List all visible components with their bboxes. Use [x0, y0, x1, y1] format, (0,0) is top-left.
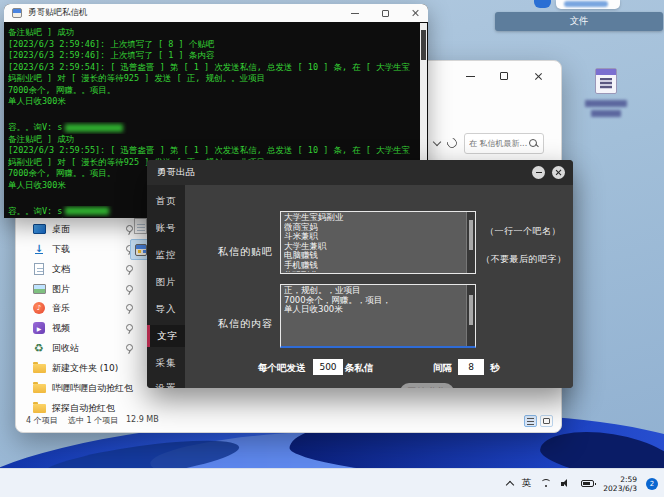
chevron-down-icon[interactable] [433, 137, 441, 145]
textarea-scrollbar[interactable] [466, 285, 475, 346]
console-line: [2023/6/3 2:59:46]: 上次填写了 [ 8 ] 个贴吧 [8, 39, 418, 51]
selected-count: 选中 1 个项目 [68, 415, 118, 426]
console-line: 妈副业吧 ] 对 [ 漫长的等待925 ] 发送 [ 正, 规创。。业项目 [8, 73, 418, 85]
blurred-contact-info [65, 124, 123, 132]
sidebar-item-label: 文档 [52, 263, 70, 276]
tray-overflow-icon[interactable] [505, 481, 513, 489]
maximize-button[interactable] [378, 6, 392, 20]
sidebar-item-recycle-bin[interactable]: ♻ 回收站 [26, 339, 138, 357]
nav-item-account[interactable]: 账号 [147, 217, 185, 239]
thumbnail-view-icon [543, 418, 550, 424]
pin-icon[interactable] [124, 303, 134, 313]
scrollbar-thumb[interactable] [469, 295, 473, 325]
hint-no-ba-suffix: （不要最后的吧字） [481, 253, 567, 266]
sidebar-item-downloads[interactable]: ↓ 下载 [26, 240, 138, 258]
ime-indicator[interactable]: 英 [522, 477, 532, 490]
explorer-status-bar: 4 个项目 选中 1 个项目 12.9 MB [16, 412, 556, 428]
close-icon [534, 72, 543, 81]
per-bar-suffix-label: 条私信 [345, 362, 374, 375]
blurred-desktop-icon-label [591, 110, 621, 117]
blurred-contact-info [65, 207, 109, 215]
blurred-desktop-icon-label [585, 100, 627, 107]
close-button[interactable] [527, 68, 549, 84]
clock-date: 2023/6/3 [603, 484, 637, 493]
desktop-icon [32, 223, 46, 236]
refresh-icon[interactable] [445, 136, 459, 150]
sidebar-item-desktop[interactable]: 桌面 [26, 220, 138, 238]
textarea-scrollbar[interactable] [466, 212, 475, 273]
per-bar-count-input[interactable] [313, 359, 343, 375]
terminal-titlebar[interactable]: 勇哥贴吧私信机 [4, 4, 428, 22]
speaker-icon[interactable] [561, 479, 572, 488]
folder-icon [32, 362, 46, 375]
text-file-icon[interactable] [134, 218, 147, 234]
sidebar-item-videos[interactable]: ▶ 视频 [26, 319, 138, 337]
app-titlebar[interactable]: 勇哥出品 [147, 160, 573, 185]
item-count: 4 个项目 [26, 415, 58, 426]
taskbar: 英 2:59 2023/6/3 2 [0, 468, 664, 497]
explorer-toolbar [434, 131, 559, 155]
sidebar-item-folder[interactable]: 新建文件夹 (10) [26, 359, 138, 377]
nav-item-import[interactable]: 导入 [147, 298, 185, 320]
nav-item-collect[interactable]: 采集 [147, 352, 185, 374]
start-messaging-button[interactable]: 开始私信 [400, 383, 454, 388]
minimize-button[interactable] [459, 68, 481, 84]
app-file-icon [135, 244, 147, 256]
app-shortcut-icon [595, 68, 617, 94]
window-controls [459, 67, 549, 85]
bars-textarea[interactable]: 大学生宝妈副业 微商宝妈 斗米兼职 大学生兼职 电脑赚钱 手机赚钱 兼职副业 [280, 211, 476, 274]
recycle-bin-icon: ♻ [32, 342, 46, 355]
console-line: 备注贴吧 ] 成功 [8, 134, 418, 146]
maximize-button[interactable] [493, 68, 515, 84]
downloads-icon: ↓ [32, 243, 46, 256]
nav-item-settings[interactable]: 设置 [147, 377, 185, 388]
pin-icon[interactable] [124, 343, 134, 353]
minimize-icon [466, 76, 475, 77]
notification-badge[interactable]: 2 [646, 478, 658, 490]
documents-icon [32, 263, 46, 276]
nav-item-text[interactable]: 文字 [147, 325, 185, 347]
per-bar-prefix-label: 每个吧发送 [258, 362, 306, 375]
thumbnail-view-button[interactable] [540, 415, 553, 427]
wifi-icon[interactable] [540, 479, 552, 489]
videos-icon: ▶ [32, 322, 46, 335]
sidebar-item-music[interactable]: ♪ 音乐 [26, 299, 138, 317]
sidebar-item-pictures[interactable]: 图片 [26, 280, 138, 298]
app-title: 勇哥出品 [157, 166, 195, 179]
sidebar-item-label: 回收站 [52, 342, 79, 355]
sidebar-item-label: 音乐 [52, 302, 70, 315]
sidebar-item-label: 新建文件夹 (10) [52, 362, 118, 375]
interval-input[interactable] [458, 359, 484, 375]
content-textarea[interactable]: 正，规创。，业项目 7000余个，网赚。，项目， 单人日收300米 [280, 284, 476, 348]
send-settings-row: 每个吧发送 条私信 间隔 秒 [185, 359, 573, 377]
close-button[interactable] [552, 166, 565, 179]
scrollbar-thumb[interactable] [421, 30, 426, 60]
nav-item-images[interactable]: 图片 [147, 271, 185, 293]
pin-icon[interactable] [124, 323, 134, 333]
maximize-icon [382, 10, 389, 17]
desktop: 文件 桌面 ↓ 下载 [0, 0, 664, 497]
close-button[interactable] [408, 6, 422, 20]
file-menu-button[interactable]: 文件 [495, 12, 663, 31]
sidebar-item-documents[interactable]: 文档 [26, 260, 138, 278]
pin-icon[interactable] [124, 284, 134, 294]
minimize-button[interactable] [348, 6, 362, 20]
maximize-icon [500, 72, 508, 80]
search-icon [529, 139, 539, 149]
scrollbar-thumb[interactable] [469, 220, 473, 250]
app-content: 私信的贴吧 大学生宝妈副业 微商宝妈 斗米兼职 大学生兼职 电脑赚钱 手机赚钱 … [185, 185, 573, 388]
blurred-tab-content [564, 1, 608, 7]
minimize-button[interactable] [532, 166, 545, 179]
nav-item-monitor[interactable]: 监控 [147, 244, 185, 266]
details-view-button[interactable] [524, 415, 537, 427]
sidebar-item-label: 桌面 [52, 223, 70, 236]
nav-item-home[interactable]: 首页 [147, 190, 185, 212]
search-input[interactable] [469, 134, 529, 153]
battery-icon[interactable] [581, 480, 594, 487]
taskbar-clock[interactable]: 2:59 2023/6/3 [603, 475, 637, 493]
desktop-shortcut[interactable] [584, 68, 628, 120]
interval-label: 间隔 [433, 362, 452, 375]
sidebar-item-label: 下载 [52, 243, 70, 256]
explorer-search-box[interactable] [464, 133, 544, 154]
sidebar-item-folder[interactable]: 哔喱哔喱自动抢红包 [26, 379, 138, 397]
